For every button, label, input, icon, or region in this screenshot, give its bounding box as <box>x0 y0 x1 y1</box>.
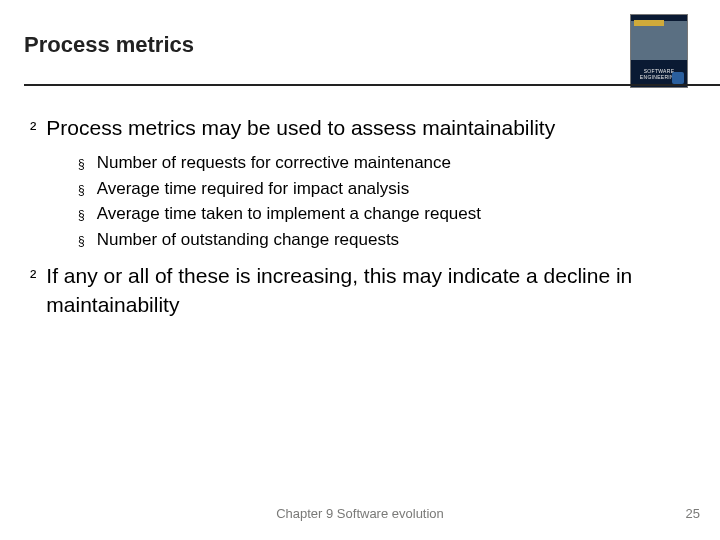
bullet-level2: § Average time required for impact analy… <box>78 176 696 202</box>
book-cover-image: SOFTWARE ENGINEERING <box>630 14 688 88</box>
bullet-text: Process metrics may be used to assess ma… <box>46 114 555 142</box>
bullet-level1: ² Process metrics may be used to assess … <box>30 114 696 142</box>
square-bullet-icon: § <box>78 181 85 207</box>
diamond-bullet-icon: ² <box>30 116 36 144</box>
bullet-level2: § Number of requests for corrective main… <box>78 150 696 176</box>
title-divider <box>24 84 720 87</box>
bullet-text: Average time taken to implement a change… <box>97 201 481 227</box>
square-bullet-icon: § <box>78 206 85 232</box>
slide-title: Process metrics <box>24 32 696 86</box>
bullet-level2: § Average time taken to implement a chan… <box>78 201 696 227</box>
slide: Process metrics SOFTWARE ENGINEERING ² P… <box>0 0 720 540</box>
bullet-text: If any or all of these is increasing, th… <box>46 262 696 319</box>
bullet-text: Number of outstanding change requests <box>97 227 399 253</box>
book-cover-label: SOFTWARE ENGINEERING <box>630 68 688 80</box>
bullet-level1: ² If any or all of these is increasing, … <box>30 262 696 319</box>
diamond-bullet-icon: ² <box>30 264 36 321</box>
page-number: 25 <box>686 506 700 521</box>
bullet-text: Average time required for impact analysi… <box>97 176 409 202</box>
content-area: ² Process metrics may be used to assess … <box>24 86 696 319</box>
footer: Chapter 9 Software evolution 25 <box>0 506 720 526</box>
bullet-text: Number of requests for corrective mainte… <box>97 150 451 176</box>
footer-center-text: Chapter 9 Software evolution <box>0 506 720 521</box>
square-bullet-icon: § <box>78 155 85 181</box>
square-bullet-icon: § <box>78 232 85 258</box>
sub-bullets: § Number of requests for corrective main… <box>78 150 696 252</box>
header: Process metrics SOFTWARE ENGINEERING <box>24 32 696 86</box>
bullet-level2: § Number of outstanding change requests <box>78 227 696 253</box>
